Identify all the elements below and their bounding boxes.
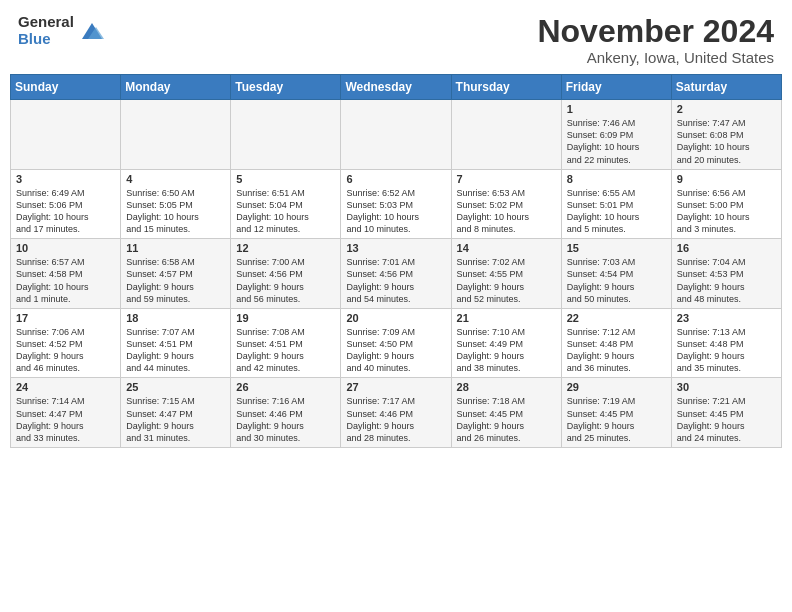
calendar-cell: 12Sunrise: 7:00 AM Sunset: 4:56 PM Dayli… (231, 239, 341, 309)
day-info: Sunrise: 7:13 AM Sunset: 4:48 PM Dayligh… (677, 326, 776, 375)
calendar-cell (11, 100, 121, 170)
day-info: Sunrise: 7:00 AM Sunset: 4:56 PM Dayligh… (236, 256, 335, 305)
day-info: Sunrise: 7:46 AM Sunset: 6:09 PM Dayligh… (567, 117, 666, 166)
weekday-header-saturday: Saturday (671, 75, 781, 100)
logo-blue-text: Blue (18, 31, 74, 48)
calendar-cell (121, 100, 231, 170)
day-number: 1 (567, 103, 666, 115)
day-number: 21 (457, 312, 556, 324)
day-info: Sunrise: 7:07 AM Sunset: 4:51 PM Dayligh… (126, 326, 225, 375)
weekday-header-monday: Monday (121, 75, 231, 100)
calendar-cell: 15Sunrise: 7:03 AM Sunset: 4:54 PM Dayli… (561, 239, 671, 309)
weekday-header-wednesday: Wednesday (341, 75, 451, 100)
calendar-cell: 28Sunrise: 7:18 AM Sunset: 4:45 PM Dayli… (451, 378, 561, 448)
day-info: Sunrise: 7:01 AM Sunset: 4:56 PM Dayligh… (346, 256, 445, 305)
calendar-cell (451, 100, 561, 170)
day-info: Sunrise: 7:47 AM Sunset: 6:08 PM Dayligh… (677, 117, 776, 166)
week-row-0: 1Sunrise: 7:46 AM Sunset: 6:09 PM Daylig… (11, 100, 782, 170)
day-info: Sunrise: 6:58 AM Sunset: 4:57 PM Dayligh… (126, 256, 225, 305)
day-number: 12 (236, 242, 335, 254)
calendar-cell: 8Sunrise: 6:55 AM Sunset: 5:01 PM Daylig… (561, 169, 671, 239)
week-row-3: 17Sunrise: 7:06 AM Sunset: 4:52 PM Dayli… (11, 308, 782, 378)
day-info: Sunrise: 6:50 AM Sunset: 5:05 PM Dayligh… (126, 187, 225, 236)
day-number: 10 (16, 242, 115, 254)
calendar-cell: 14Sunrise: 7:02 AM Sunset: 4:55 PM Dayli… (451, 239, 561, 309)
logo-general-text: General (18, 14, 74, 31)
day-info: Sunrise: 7:04 AM Sunset: 4:53 PM Dayligh… (677, 256, 776, 305)
day-info: Sunrise: 7:17 AM Sunset: 4:46 PM Dayligh… (346, 395, 445, 444)
day-number: 30 (677, 381, 776, 393)
day-info: Sunrise: 7:21 AM Sunset: 4:45 PM Dayligh… (677, 395, 776, 444)
calendar-cell: 9Sunrise: 6:56 AM Sunset: 5:00 PM Daylig… (671, 169, 781, 239)
day-info: Sunrise: 7:15 AM Sunset: 4:47 PM Dayligh… (126, 395, 225, 444)
day-number: 18 (126, 312, 225, 324)
day-number: 20 (346, 312, 445, 324)
day-info: Sunrise: 6:51 AM Sunset: 5:04 PM Dayligh… (236, 187, 335, 236)
day-number: 2 (677, 103, 776, 115)
weekday-header-sunday: Sunday (11, 75, 121, 100)
weekday-row: SundayMondayTuesdayWednesdayThursdayFrid… (11, 75, 782, 100)
day-number: 29 (567, 381, 666, 393)
day-number: 28 (457, 381, 556, 393)
calendar-cell: 25Sunrise: 7:15 AM Sunset: 4:47 PM Dayli… (121, 378, 231, 448)
week-row-4: 24Sunrise: 7:14 AM Sunset: 4:47 PM Dayli… (11, 378, 782, 448)
calendar-cell: 10Sunrise: 6:57 AM Sunset: 4:58 PM Dayli… (11, 239, 121, 309)
calendar-cell: 16Sunrise: 7:04 AM Sunset: 4:53 PM Dayli… (671, 239, 781, 309)
day-info: Sunrise: 6:56 AM Sunset: 5:00 PM Dayligh… (677, 187, 776, 236)
day-info: Sunrise: 7:08 AM Sunset: 4:51 PM Dayligh… (236, 326, 335, 375)
day-info: Sunrise: 6:53 AM Sunset: 5:02 PM Dayligh… (457, 187, 556, 236)
day-number: 25 (126, 381, 225, 393)
calendar-cell: 23Sunrise: 7:13 AM Sunset: 4:48 PM Dayli… (671, 308, 781, 378)
calendar-cell: 26Sunrise: 7:16 AM Sunset: 4:46 PM Dayli… (231, 378, 341, 448)
weekday-header-friday: Friday (561, 75, 671, 100)
title-block: November 2024 Ankeny, Iowa, United State… (537, 14, 774, 66)
day-number: 23 (677, 312, 776, 324)
day-number: 4 (126, 173, 225, 185)
day-number: 9 (677, 173, 776, 185)
calendar-cell: 2Sunrise: 7:47 AM Sunset: 6:08 PM Daylig… (671, 100, 781, 170)
day-info: Sunrise: 7:16 AM Sunset: 4:46 PM Dayligh… (236, 395, 335, 444)
day-number: 7 (457, 173, 556, 185)
weekday-header-thursday: Thursday (451, 75, 561, 100)
calendar-table: SundayMondayTuesdayWednesdayThursdayFrid… (10, 74, 782, 448)
week-row-1: 3Sunrise: 6:49 AM Sunset: 5:06 PM Daylig… (11, 169, 782, 239)
header: General Blue November 2024 Ankeny, Iowa,… (0, 0, 792, 74)
day-number: 11 (126, 242, 225, 254)
day-info: Sunrise: 7:09 AM Sunset: 4:50 PM Dayligh… (346, 326, 445, 375)
day-info: Sunrise: 6:49 AM Sunset: 5:06 PM Dayligh… (16, 187, 115, 236)
calendar-cell: 3Sunrise: 6:49 AM Sunset: 5:06 PM Daylig… (11, 169, 121, 239)
day-number: 6 (346, 173, 445, 185)
calendar-cell: 20Sunrise: 7:09 AM Sunset: 4:50 PM Dayli… (341, 308, 451, 378)
day-info: Sunrise: 6:52 AM Sunset: 5:03 PM Dayligh… (346, 187, 445, 236)
day-number: 8 (567, 173, 666, 185)
calendar-cell: 17Sunrise: 7:06 AM Sunset: 4:52 PM Dayli… (11, 308, 121, 378)
day-info: Sunrise: 7:18 AM Sunset: 4:45 PM Dayligh… (457, 395, 556, 444)
day-number: 17 (16, 312, 115, 324)
calendar-cell: 13Sunrise: 7:01 AM Sunset: 4:56 PM Dayli… (341, 239, 451, 309)
week-row-2: 10Sunrise: 6:57 AM Sunset: 4:58 PM Dayli… (11, 239, 782, 309)
calendar-cell: 27Sunrise: 7:17 AM Sunset: 4:46 PM Dayli… (341, 378, 451, 448)
calendar: SundayMondayTuesdayWednesdayThursdayFrid… (0, 74, 792, 612)
day-info: Sunrise: 7:19 AM Sunset: 4:45 PM Dayligh… (567, 395, 666, 444)
day-number: 13 (346, 242, 445, 254)
calendar-cell: 6Sunrise: 6:52 AM Sunset: 5:03 PM Daylig… (341, 169, 451, 239)
calendar-body: 1Sunrise: 7:46 AM Sunset: 6:09 PM Daylig… (11, 100, 782, 448)
location: Ankeny, Iowa, United States (537, 49, 774, 66)
logo: General Blue (18, 14, 106, 47)
day-info: Sunrise: 7:12 AM Sunset: 4:48 PM Dayligh… (567, 326, 666, 375)
day-info: Sunrise: 7:03 AM Sunset: 4:54 PM Dayligh… (567, 256, 666, 305)
month-title: November 2024 (537, 14, 774, 49)
weekday-header-tuesday: Tuesday (231, 75, 341, 100)
day-number: 5 (236, 173, 335, 185)
day-info: Sunrise: 7:14 AM Sunset: 4:47 PM Dayligh… (16, 395, 115, 444)
day-info: Sunrise: 7:10 AM Sunset: 4:49 PM Dayligh… (457, 326, 556, 375)
day-number: 19 (236, 312, 335, 324)
calendar-cell: 5Sunrise: 6:51 AM Sunset: 5:04 PM Daylig… (231, 169, 341, 239)
day-info: Sunrise: 7:06 AM Sunset: 4:52 PM Dayligh… (16, 326, 115, 375)
calendar-cell: 21Sunrise: 7:10 AM Sunset: 4:49 PM Dayli… (451, 308, 561, 378)
calendar-cell: 18Sunrise: 7:07 AM Sunset: 4:51 PM Dayli… (121, 308, 231, 378)
day-number: 14 (457, 242, 556, 254)
calendar-cell: 24Sunrise: 7:14 AM Sunset: 4:47 PM Dayli… (11, 378, 121, 448)
day-number: 22 (567, 312, 666, 324)
calendar-cell (231, 100, 341, 170)
